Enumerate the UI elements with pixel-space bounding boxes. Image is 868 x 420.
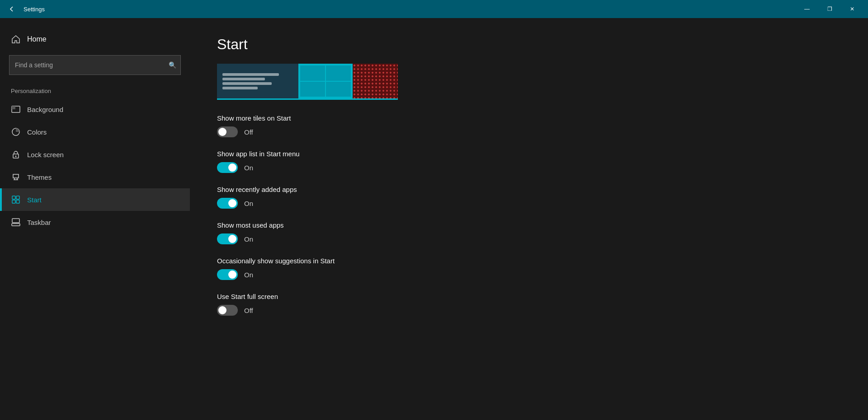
background-icon <box>11 104 21 114</box>
toggle-row-more_tiles: Off <box>217 126 841 137</box>
toggle-row-app_list: On <box>217 162 841 173</box>
toggle-more_tiles[interactable] <box>217 126 238 137</box>
svg-rect-1 <box>12 106 15 109</box>
preview-line-3 <box>222 82 272 85</box>
toggle-row-suggestions: On <box>217 269 841 280</box>
toggle-row-full_screen: Off <box>217 305 841 316</box>
taskbar-label: Taskbar <box>27 219 51 226</box>
toggle-full_screen[interactable] <box>217 305 238 316</box>
main-layout: Home 🔍 Personalization Background <box>0 18 868 420</box>
sidebar-item-home[interactable]: Home <box>0 29 190 50</box>
preview-line-4 <box>222 87 258 89</box>
preview-line-1 <box>222 73 279 76</box>
app-title: Settings <box>24 6 45 13</box>
toggle-thumb-app_list <box>228 163 236 172</box>
start-preview-tiles <box>298 64 353 98</box>
start-preview-left <box>217 64 298 98</box>
maximize-button[interactable]: ❐ <box>819 2 840 16</box>
background-label: Background <box>27 106 63 113</box>
setting-item-more_tiles: Show more tiles on StartOff <box>217 114 841 137</box>
home-icon <box>11 34 21 44</box>
svg-rect-9 <box>16 196 19 199</box>
setting-label-app_list: Show app list in Start menu <box>217 150 841 158</box>
toggle-state-suggestions: On <box>244 271 253 279</box>
taskbar-icon <box>11 217 21 227</box>
start-icon <box>11 195 21 205</box>
svg-rect-11 <box>16 200 19 203</box>
toggle-thumb-full_screen <box>218 306 226 314</box>
settings-container: Show more tiles on StartOffShow app list… <box>217 114 841 316</box>
sidebar-item-colors[interactable]: Colors <box>0 121 190 143</box>
toggle-suggestions[interactable] <box>217 269 238 280</box>
content-area: Start Show more tiles on StartOffShow ap… <box>190 18 868 420</box>
start-preview <box>217 64 398 100</box>
setting-item-full_screen: Use Start full screenOff <box>217 293 841 316</box>
window-controls: — ❐ ✕ <box>797 2 863 16</box>
toggle-thumb-most_used <box>228 235 236 243</box>
start-preview-right <box>353 64 398 98</box>
setting-label-most_used: Show most used apps <box>217 221 841 229</box>
toggle-state-recently_added: On <box>244 200 253 207</box>
minimize-button[interactable]: — <box>797 2 817 16</box>
toggle-recently_added[interactable] <box>217 198 238 209</box>
preview-tile-1 <box>300 65 325 81</box>
themes-icon <box>11 172 21 182</box>
svg-rect-13 <box>12 219 19 223</box>
setting-label-more_tiles: Show more tiles on Start <box>217 114 841 122</box>
section-label: Personalization <box>0 84 190 98</box>
sidebar-item-background[interactable]: Background <box>0 98 190 121</box>
svg-rect-10 <box>12 200 15 203</box>
sidebar-item-lockscreen[interactable]: Lock screen <box>0 143 190 166</box>
start-label: Start <box>27 196 42 204</box>
lockscreen-icon <box>11 149 21 159</box>
toggle-row-most_used: On <box>217 233 841 244</box>
setting-item-recently_added: Show recently added appsOn <box>217 186 841 209</box>
preview-tile-2 <box>326 65 351 81</box>
title-bar: Settings — ❐ ✕ <box>0 0 868 18</box>
sidebar: Home 🔍 Personalization Background <box>0 18 190 420</box>
toggle-most_used[interactable] <box>217 233 238 244</box>
setting-item-app_list: Show app list in Start menuOn <box>217 150 841 173</box>
svg-rect-12 <box>12 224 20 226</box>
search-input[interactable] <box>9 55 181 75</box>
toggle-thumb-suggestions <box>228 271 236 279</box>
sidebar-item-start[interactable]: Start <box>0 188 190 211</box>
preview-tile-3 <box>300 82 325 97</box>
svg-rect-8 <box>12 196 15 199</box>
colors-label: Colors <box>27 128 47 136</box>
toggle-state-app_list: On <box>244 164 253 172</box>
sidebar-item-taskbar[interactable]: Taskbar <box>0 211 190 233</box>
preview-tile-4 <box>326 82 351 97</box>
page-title: Start <box>217 36 841 53</box>
toggle-thumb-more_tiles <box>218 128 226 136</box>
preview-line-2 <box>222 78 265 80</box>
title-bar-left: Settings <box>5 3 45 15</box>
toggle-state-full_screen: Off <box>244 307 253 314</box>
toggle-state-most_used: On <box>244 235 253 243</box>
search-icon: 🔍 <box>169 61 176 69</box>
toggle-app_list[interactable] <box>217 162 238 173</box>
setting-label-full_screen: Use Start full screen <box>217 293 841 300</box>
setting-item-suggestions: Occasionally show suggestions in StartOn <box>217 257 841 280</box>
preview-dots <box>353 64 398 98</box>
back-button[interactable] <box>5 3 18 15</box>
toggle-state-more_tiles: Off <box>244 128 253 136</box>
search-container: 🔍 <box>9 55 181 75</box>
setting-label-recently_added: Show recently added apps <box>217 186 841 193</box>
themes-label: Themes <box>27 173 52 181</box>
close-button[interactable]: ✕ <box>842 2 863 16</box>
colors-icon <box>11 127 21 137</box>
setting-item-most_used: Show most used appsOn <box>217 221 841 244</box>
lockscreen-label: Lock screen <box>27 151 64 159</box>
home-label: Home <box>27 35 47 43</box>
toggle-thumb-recently_added <box>228 199 236 207</box>
svg-point-4 <box>15 156 17 157</box>
toggle-row-recently_added: On <box>217 198 841 209</box>
sidebar-item-themes[interactable]: Themes <box>0 166 190 188</box>
setting-label-suggestions: Occasionally show suggestions in Start <box>217 257 841 265</box>
